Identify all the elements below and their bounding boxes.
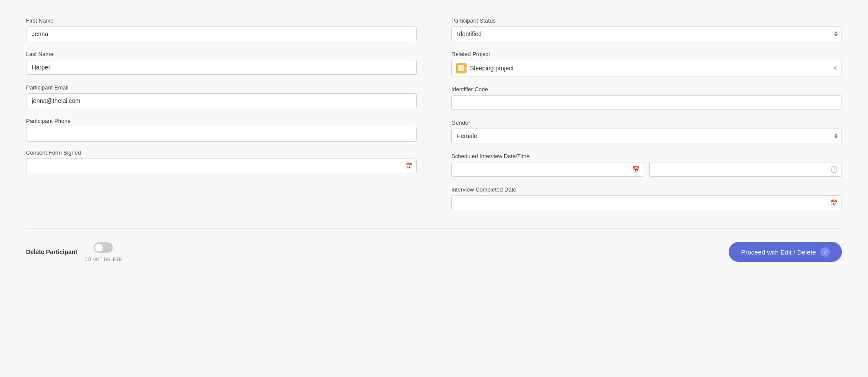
interview-time-input[interactable] [649, 162, 842, 177]
scheduled-interview-label: Scheduled Interview Date/Time [451, 153, 842, 159]
last-name-input[interactable] [26, 60, 417, 75]
interview-completed-input[interactable] [451, 195, 842, 210]
gender-select[interactable]: Female Male Non-binary Prefer not to say [451, 129, 842, 143]
participant-email-input[interactable] [26, 93, 417, 108]
interview-completed-group: Interview Completed Date 📅 [451, 186, 842, 210]
interview-datetime-row: 📅 🕐 [451, 162, 842, 177]
identifier-code-group: Identifier Code [451, 86, 842, 110]
interview-completed-label: Interview Completed Date [451, 186, 842, 193]
project-clear-button[interactable]: × [833, 65, 837, 72]
first-name-label: First Name [26, 17, 417, 24]
consent-form-input[interactable] [26, 159, 417, 173]
toggle-slider [94, 242, 113, 253]
identifier-code-input[interactable] [451, 95, 842, 110]
delete-participant-group: Delete Participant DO NOT DELETE [26, 242, 122, 262]
proceed-button-label: Proceed with Edit / Delete [741, 248, 816, 256]
related-project-label: Related Project [451, 51, 842, 57]
project-icon [456, 63, 467, 73]
gender-label: Gender [451, 119, 842, 126]
participant-email-label: Participant Email [26, 84, 417, 91]
last-name-group: Last Name [26, 51, 417, 75]
participant-status-wrapper: Identified Contacted Enrolled Completed … [451, 26, 842, 41]
consent-date-wrapper: 📅 [26, 159, 417, 173]
interview-completed-wrapper: 📅 [451, 195, 842, 210]
consent-form-group: Consent Form Signed 📅 [26, 149, 417, 173]
section-divider [26, 228, 842, 229]
project-icon-inner [458, 65, 464, 71]
consent-form-label: Consent Form Signed [26, 149, 417, 156]
check-circle-icon: ✓ [820, 247, 830, 257]
participant-phone-label: Participant Phone [26, 118, 417, 124]
delete-toggle[interactable] [94, 242, 113, 253]
first-name-input[interactable] [26, 26, 417, 41]
toggle-do-not-delete-text: DO NOT DELETE [84, 257, 122, 262]
participant-status-select[interactable]: Identified Contacted Enrolled Completed … [451, 26, 842, 41]
gender-wrapper: Female Male Non-binary Prefer not to say [451, 129, 842, 143]
scheduled-interview-group: Scheduled Interview Date/Time 📅 🕐 [451, 153, 842, 177]
participant-phone-group: Participant Phone [26, 118, 417, 142]
toggle-wrapper: DO NOT DELETE [84, 242, 122, 262]
footer-row: Delete Participant DO NOT DELETE Proceed… [26, 242, 842, 266]
related-project-field: Sleeping project × [451, 60, 842, 76]
last-name-label: Last Name [26, 51, 417, 57]
proceed-button[interactable]: Proceed with Edit / Delete ✓ [729, 242, 842, 262]
identifier-code-label: Identifier Code [451, 86, 842, 93]
participant-phone-input[interactable] [26, 127, 417, 142]
participant-status-group: Participant Status Identified Contacted … [451, 17, 842, 41]
gender-group: Gender Female Male Non-binary Prefer not… [451, 119, 842, 143]
participant-email-group: Participant Email [26, 84, 417, 108]
project-name: Sleeping project [470, 65, 830, 72]
interview-date-wrapper: 📅 [451, 162, 644, 177]
first-name-group: First Name [26, 17, 417, 41]
delete-participant-label: Delete Participant [26, 248, 77, 255]
related-project-group: Related Project Sleeping project × [451, 51, 842, 76]
participant-status-label: Participant Status [451, 17, 842, 24]
interview-date-input[interactable] [451, 162, 644, 177]
interview-time-wrapper: 🕐 [649, 162, 842, 177]
